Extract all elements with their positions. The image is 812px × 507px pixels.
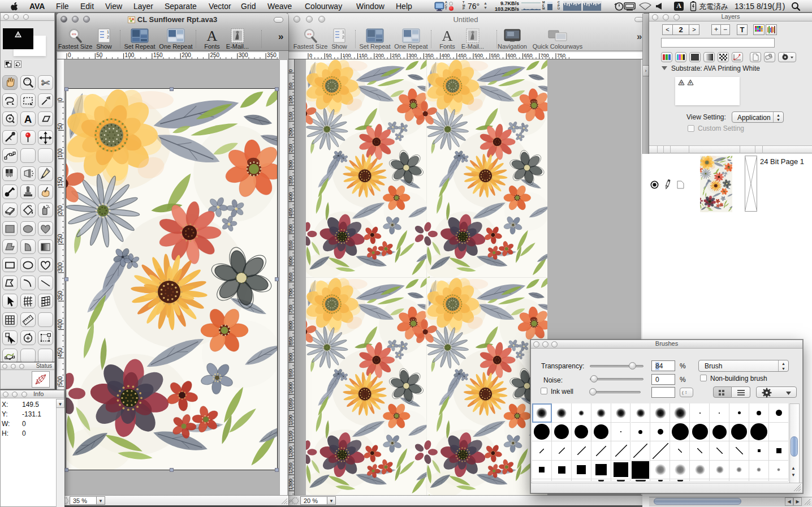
svg-text:200: 200: [57, 205, 63, 215]
svg-text:2: 2: [342, 35, 344, 39]
svg-text:250: 250: [57, 234, 63, 243]
svg-text:✄: ✄: [41, 77, 50, 89]
svg-text:1050: 1050: [288, 398, 293, 410]
svg-text:1: 1: [107, 30, 109, 34]
svg-text:700: 700: [541, 53, 549, 58]
svg-text:A: A: [442, 28, 453, 43]
svg-text:950: 950: [288, 369, 293, 377]
svg-text:300: 300: [288, 160, 293, 169]
svg-text:600: 600: [507, 53, 516, 58]
svg-text:350: 350: [267, 52, 277, 58]
svg-text:1250: 1250: [288, 462, 293, 474]
svg-text:300: 300: [239, 52, 248, 58]
svg-text:A: A: [207, 28, 218, 43]
svg-text:800: 800: [288, 321, 293, 329]
svg-text:600: 600: [288, 256, 293, 265]
svg-text:450: 450: [57, 347, 63, 357]
svg-text:1100: 1100: [288, 415, 293, 426]
svg-text:1: 1: [342, 30, 344, 34]
svg-text:100: 100: [342, 53, 351, 58]
svg-text:250: 250: [288, 144, 293, 152]
svg-text:A: A: [24, 113, 32, 125]
svg-text:500: 500: [57, 376, 63, 385]
svg-text:400: 400: [288, 192, 293, 201]
svg-text:200: 200: [182, 52, 191, 58]
svg-text:150: 150: [359, 53, 368, 58]
svg-text:350: 350: [425, 53, 433, 58]
svg-text:50: 50: [96, 52, 103, 58]
svg-text:150: 150: [57, 177, 63, 186]
svg-text:«»: «»: [72, 32, 76, 36]
svg-text:0: 0: [309, 53, 312, 58]
svg-text:200: 200: [288, 128, 293, 136]
svg-text:550: 550: [491, 53, 499, 58]
svg-text:400: 400: [442, 53, 450, 58]
svg-text:1000: 1000: [288, 382, 293, 393]
svg-text:450: 450: [458, 53, 467, 58]
svg-text:350: 350: [57, 290, 63, 300]
svg-text:150: 150: [153, 52, 163, 58]
svg-text:250: 250: [392, 53, 400, 58]
svg-text:700: 700: [288, 289, 293, 297]
svg-text:0: 0: [57, 98, 63, 101]
svg-text:300: 300: [408, 53, 417, 58]
svg-text:850: 850: [288, 337, 293, 345]
svg-text:1300: 1300: [288, 479, 293, 490]
svg-text:2: 2: [107, 35, 109, 39]
svg-text:0: 0: [288, 69, 293, 72]
svg-text:550: 550: [288, 240, 293, 249]
svg-text:100: 100: [57, 148, 63, 158]
svg-text:250: 250: [210, 52, 220, 58]
svg-text:750: 750: [557, 53, 565, 58]
svg-text:300: 300: [57, 262, 63, 272]
svg-text:50: 50: [57, 123, 63, 130]
svg-text:350: 350: [288, 176, 293, 184]
svg-text:450: 450: [288, 208, 293, 217]
svg-text:500: 500: [288, 224, 293, 233]
svg-text:650: 650: [524, 53, 533, 58]
svg-text:100: 100: [288, 96, 293, 104]
svg-text:0: 0: [68, 52, 71, 58]
svg-text:50: 50: [326, 53, 331, 58]
svg-text:400: 400: [57, 319, 63, 329]
svg-text:200: 200: [375, 53, 384, 58]
svg-text:750: 750: [288, 304, 293, 313]
svg-text:500: 500: [474, 53, 483, 58]
svg-text:650: 650: [288, 273, 293, 281]
svg-text:150: 150: [288, 112, 293, 121]
svg-text:100: 100: [125, 52, 135, 58]
svg-text:1150: 1150: [288, 431, 293, 441]
svg-text:«»: «»: [307, 32, 312, 36]
svg-text:1200: 1200: [288, 446, 293, 458]
svg-text:50: 50: [288, 83, 293, 88]
svg-text:900: 900: [288, 353, 293, 362]
